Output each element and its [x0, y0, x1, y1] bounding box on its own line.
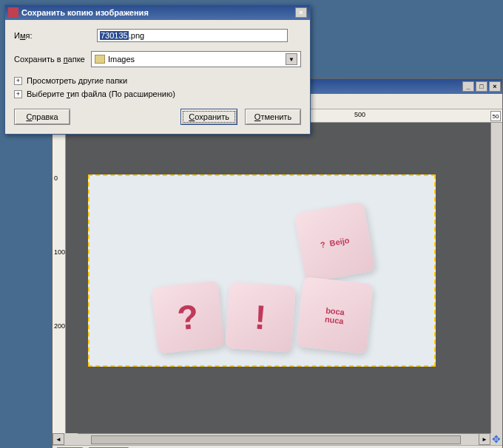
folder-label: Сохранить в папке — [14, 55, 91, 64]
workspace: 0 100 200 ? ! ? Beijo bocanuca — [53, 123, 502, 433]
canvas-area[interactable]: ? ! ? Beijo bocanuca — [66, 123, 490, 433]
save-button[interactable]: Сохранить — [180, 109, 237, 125]
navigator-icon[interactable]: ✥ — [490, 433, 502, 445]
minimize-button[interactable]: _ — [462, 81, 474, 92]
close-button[interactable]: × — [489, 81, 501, 92]
dice-2: ! — [224, 282, 295, 353]
folder-combo[interactable]: Images ▼ — [91, 51, 301, 67]
ruler-nav-button[interactable]: 50 — [490, 111, 501, 121]
folder-icon — [95, 55, 105, 64]
scrollbar-horizontal[interactable] — [78, 433, 479, 445]
ruler-vertical: 0 100 200 — [53, 123, 66, 433]
dice-3: ? Beijo — [294, 201, 375, 282]
expand-browse-folders[interactable]: + Просмотреть другие папки — [14, 76, 301, 85]
expand-filetype[interactable]: + Выберите тип файла (По расширению) — [14, 89, 301, 98]
dialog-title: Сохранить копию изображения — [21, 8, 149, 17]
dialog-titlebar: Сохранить копию изображения × — [5, 5, 310, 20]
dice-1: ? — [151, 281, 224, 354]
statusbar: px ▾ 100 % ▾ Новый слой (5,3 МБ) — [53, 445, 502, 448]
scroll-left-button[interactable]: ◄ — [53, 433, 64, 445]
scroll-thumb[interactable] — [91, 435, 461, 444]
chevron-down-icon[interactable]: ▼ — [286, 53, 297, 65]
plus-icon: + — [14, 90, 22, 98]
filename-input[interactable]: 730135.png — [97, 29, 288, 42]
name-label: Имя: — [14, 31, 97, 40]
plus-icon: + — [14, 77, 22, 85]
scroll-right-button[interactable]: ► — [479, 433, 490, 445]
image-canvas[interactable]: ? ! ? Beijo bocanuca — [88, 174, 436, 367]
save-dialog: Сохранить копию изображения × Имя: 73013… — [4, 4, 311, 135]
dice-4: bocanuca — [296, 276, 373, 353]
cancel-button[interactable]: Отменить — [245, 109, 301, 125]
dice-image-content: ? ! ? Beijo bocanuca — [155, 207, 370, 365]
maximize-button[interactable]: □ — [476, 81, 487, 92]
dialog-close-button[interactable]: × — [295, 7, 307, 18]
app-icon — [8, 7, 18, 18]
scrollbar-vertical[interactable] — [490, 123, 502, 433]
help-button[interactable]: Справка — [14, 109, 70, 125]
